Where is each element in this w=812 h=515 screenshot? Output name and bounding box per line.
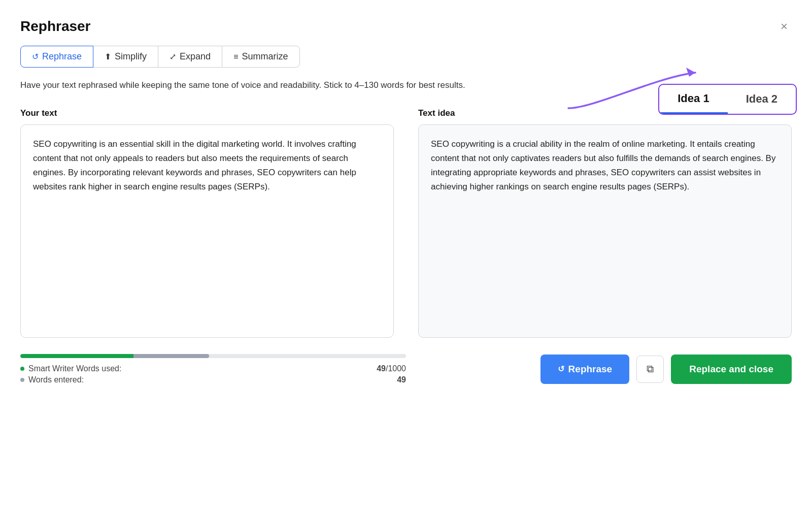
words-used-row: Smart Writer Words used: 49/1000	[20, 364, 406, 373]
rephrase-button[interactable]: ↺ Rephrase	[540, 355, 630, 384]
tab-simplify[interactable]: ⬆ Simplify	[93, 46, 158, 68]
words-entered-label: Words entered:	[28, 375, 84, 384]
replace-close-button[interactable]: Replace and close	[671, 355, 792, 384]
close-button[interactable]: ×	[776, 18, 792, 35]
copy-icon: ⧉	[647, 363, 654, 375]
tab-expand[interactable]: ⤢ Expand	[158, 46, 222, 68]
simplify-icon: ⬆	[105, 52, 111, 61]
rephrase-btn-label: Rephrase	[568, 364, 613, 375]
words-used-label: Smart Writer Words used:	[28, 364, 121, 373]
tab-expand-label: Expand	[180, 51, 211, 62]
words-used-dot	[20, 367, 24, 371]
expand-icon: ⤢	[170, 52, 176, 61]
tab-summarize[interactable]: ≡ Summarize	[222, 46, 299, 68]
idea-tab-1[interactable]: Idea 1	[659, 85, 727, 114]
idea-tab-2[interactable]: Idea 2	[728, 85, 796, 114]
text-idea-label: Text idea	[418, 108, 455, 118]
progress-bar	[20, 354, 406, 358]
text-idea-panel: Text idea Idea 1	[418, 108, 792, 340]
modal-title: Rephraser	[20, 18, 91, 35]
modal-header: Rephraser ×	[20, 18, 792, 35]
rephrase-btn-icon: ↺	[558, 364, 564, 374]
footer: Smart Writer Words used: 49/1000 Words e…	[20, 354, 792, 384]
rephrase-icon: ↺	[32, 52, 39, 61]
your-text-panel: Your text SEO copywriting is an essentia…	[20, 108, 394, 340]
copy-button[interactable]: ⧉	[636, 356, 664, 383]
svg-marker-0	[686, 68, 695, 77]
footer-left: Smart Writer Words used: 49/1000 Words e…	[20, 354, 406, 384]
words-entered-dot	[20, 378, 24, 382]
rephraser-modal: Rephraser × ↺ Rephrase ⬆ Simplify ⤢ Expa…	[0, 0, 812, 515]
tab-rephrase[interactable]: ↺ Rephrase	[20, 46, 93, 68]
idea-tabs-box: Idea 1 Idea 2	[658, 84, 797, 115]
your-text-label: Your text	[20, 108, 394, 118]
replace-close-label: Replace and close	[689, 364, 773, 375]
words-used-value: 49/1000	[377, 364, 406, 373]
tab-simplify-label: Simplify	[115, 51, 147, 62]
tab-summarize-label: Summarize	[242, 51, 288, 62]
content-area: Your text SEO copywriting is an essentia…	[20, 108, 792, 340]
progress-fill	[20, 354, 209, 358]
your-text-input[interactable]: SEO copywriting is an essential skill in…	[20, 124, 394, 338]
stats-section: Smart Writer Words used: 49/1000 Words e…	[20, 364, 406, 384]
words-entered-value: 49	[397, 375, 406, 384]
summarize-icon: ≡	[233, 52, 238, 61]
words-entered-row: Words entered: 49	[20, 375, 406, 384]
result-text: SEO copywriting is a crucial ability in …	[418, 124, 792, 338]
tab-rephrase-label: Rephrase	[42, 51, 82, 62]
mode-tabs: ↺ Rephrase ⬆ Simplify ⤢ Expand ≡ Summari…	[20, 46, 792, 68]
footer-right: ↺ Rephrase ⧉ Replace and close	[406, 355, 792, 384]
